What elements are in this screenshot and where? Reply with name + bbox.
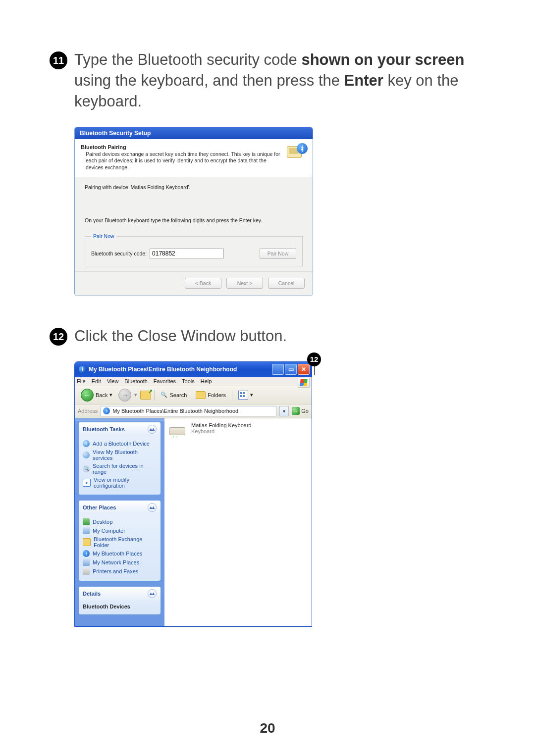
go-icon: → (292, 407, 300, 415)
search-icon: 🔍 (83, 465, 90, 472)
step-12-text: Click the Close Window button. (74, 326, 287, 347)
task-search-devices[interactable]: 🔍Search for devices in range (83, 462, 157, 476)
bluetooth-icon: ᚼ (103, 407, 110, 414)
desktop-icon (83, 518, 90, 525)
place-bt-places[interactable]: ᚼMy Bluetooth Places (83, 549, 157, 558)
other-places-panel: Other Places ▴▴ Desktop My Computer Blue… (79, 501, 160, 581)
address-value: My Bluetooth Places\Entire Bluetooth Nei… (112, 408, 238, 414)
device-item[interactable]: →← Matias Folding Keyboard Keyboard (169, 422, 307, 437)
content-area: →← Matias Folding Keyboard Keyboard (164, 418, 312, 626)
back-icon: ← (81, 389, 94, 402)
dialog-heading: Bluetooth Pairing (81, 144, 283, 150)
bluetooth-security-dialog: Bluetooth Security Setup Bluetooth Pairi… (74, 127, 313, 297)
network-icon (83, 559, 90, 566)
panel-title: Bluetooth Tasks (83, 426, 125, 432)
place-network[interactable]: My Network Places (83, 558, 157, 567)
folder-icon (83, 538, 91, 546)
place-desktop[interactable]: Desktop (83, 517, 157, 526)
next-button[interactable]: Next > (226, 278, 263, 289)
place-bt-exchange[interactable]: Bluetooth Exchange Folder (83, 535, 157, 549)
printer-icon (83, 568, 90, 575)
cancel-button[interactable]: Cancel (268, 278, 305, 289)
bluetooth-tasks-panel: Bluetooth Tasks ▴▴ ᚼAdd a Bluetooth Devi… (79, 422, 160, 495)
address-bar: Address ᚼ My Bluetooth Places\Entire Blu… (75, 404, 312, 418)
task-view-services[interactable]: View My Bluetooth services (83, 448, 157, 462)
pair-now-legend: Pair Now (91, 233, 116, 239)
step-number-12: 12 (50, 328, 67, 346)
close-button[interactable]: ✕ (298, 364, 310, 375)
menu-help[interactable]: Help (201, 378, 212, 384)
views-button[interactable]: ▾ (235, 390, 256, 401)
folders-icon (196, 391, 206, 399)
views-icon (238, 391, 248, 400)
menu-tools[interactable]: Tools (182, 378, 195, 384)
throbber-icon (298, 378, 310, 388)
back-label: Back (96, 392, 107, 398)
bluetooth-icon: ᚼ (83, 440, 90, 447)
window-title: My Bluetooth Places\Entire Bluetooth Nei… (89, 366, 272, 373)
callout-12: 12 (307, 353, 321, 366)
window-icon: ᚼ (79, 366, 86, 373)
minimize-button[interactable]: _ (272, 364, 284, 375)
place-my-computer[interactable]: My Computer (83, 526, 157, 535)
search-icon: 🔍 (160, 392, 167, 398)
collapse-icon[interactable]: ▴▴ (148, 425, 157, 434)
place-printers[interactable]: Printers and Faxes (83, 567, 157, 576)
back-nav-button[interactable]: ← Back ▾ (78, 388, 115, 403)
my-computer-icon (83, 527, 90, 534)
up-folder-button[interactable] (140, 391, 151, 400)
task-modify-config[interactable]: ▸View or modify configuration (83, 476, 157, 490)
pair-now-fieldset: Pair Now Bluetooth security code: Pair N… (85, 233, 303, 266)
bluetooth-pairing-icon: ᚼ (287, 144, 307, 163)
maximize-button[interactable]: ▭ (285, 364, 297, 375)
keyboard-icon: →← (169, 422, 187, 437)
menu-file[interactable]: File (77, 378, 86, 384)
address-label: Address (78, 408, 98, 414)
pairing-instructions: On your Bluetooth keyboard type the foll… (85, 217, 303, 224)
page-number: 20 (0, 720, 535, 736)
details-subtitle: Bluetooth Devices (83, 604, 157, 609)
folders-label: Folders (208, 392, 226, 398)
pair-now-button[interactable]: Pair Now (260, 248, 296, 259)
menu-favorites[interactable]: Favorites (154, 378, 176, 384)
menu-view[interactable]: View (107, 378, 119, 384)
bluetooth-icon: ᚼ (83, 550, 90, 557)
device-name: Matias Folding Keyboard (191, 422, 252, 428)
back-button[interactable]: < Back (185, 278, 221, 289)
search-label: Search (169, 392, 187, 398)
dialog-subtext: Paired devices exchange a secret key eac… (81, 151, 283, 171)
go-label: Go (301, 408, 309, 414)
security-code-label: Bluetooth security code: (91, 251, 147, 256)
config-icon: ▸ (83, 479, 91, 487)
dropdown-arrow-icon: ▾ (250, 392, 253, 398)
collapse-icon[interactable]: ▴▴ (148, 503, 157, 512)
pairing-device-line: Pairing with device 'Matias Folding Keyb… (85, 184, 303, 190)
side-panel: Bluetooth Tasks ▴▴ ᚼAdd a Bluetooth Devi… (75, 418, 164, 626)
dropdown-arrow-icon: ▾ (134, 392, 137, 398)
toolbar: ← Back ▾ → ▾ 🔍 Search Folders (75, 386, 312, 404)
panel-title: Other Places (83, 504, 116, 510)
device-type: Keyboard (191, 428, 252, 434)
globe-icon (83, 452, 90, 458)
security-code-input[interactable] (150, 249, 224, 258)
step-11-text: Type the Bluetooth security code shown o… (74, 50, 485, 112)
step-number-11: 11 (50, 51, 67, 69)
folders-button[interactable]: Folders (193, 390, 229, 400)
details-panel: Details ▴▴ Bluetooth Devices (79, 587, 160, 614)
go-button[interactable]: → Go (292, 407, 309, 415)
menu-bar: File Edit View Bluetooth Favorites Tools… (75, 377, 312, 386)
forward-nav-button[interactable]: → (118, 389, 131, 402)
menu-edit[interactable]: Edit (92, 378, 101, 384)
address-dropdown[interactable]: ▾ (279, 406, 289, 416)
panel-title: Details (83, 591, 101, 597)
collapse-icon[interactable]: ▴▴ (148, 589, 157, 598)
task-add-device[interactable]: ᚼAdd a Bluetooth Device (83, 439, 157, 448)
search-button[interactable]: 🔍 Search (158, 391, 190, 399)
dropdown-arrow-icon: ▾ (109, 392, 112, 398)
dialog-title: Bluetooth Security Setup (75, 127, 313, 139)
address-field[interactable]: ᚼ My Bluetooth Places\Entire Bluetooth N… (101, 406, 276, 416)
menu-bluetooth[interactable]: Bluetooth (124, 378, 147, 384)
explorer-window: ᚼ My Bluetooth Places\Entire Bluetooth N… (74, 361, 312, 627)
